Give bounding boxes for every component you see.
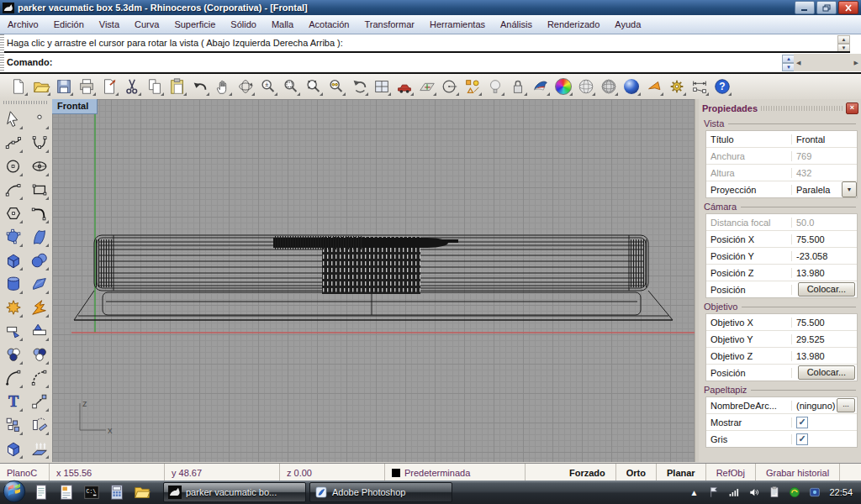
taskbar-task-adobe-photoshop[interactable]: Adobe Photoshop bbox=[309, 482, 452, 502]
flamingo-icon[interactable] bbox=[529, 76, 552, 97]
browse-button[interactable]: ... bbox=[837, 398, 855, 412]
solid-box-icon[interactable] bbox=[2, 249, 24, 272]
chevron-down-icon[interactable]: ▼ bbox=[842, 181, 857, 197]
split-icon[interactable] bbox=[28, 319, 50, 343]
solid-spheres-icon[interactable] bbox=[28, 249, 50, 272]
zoom-extents-icon[interactable] bbox=[302, 76, 325, 97]
wallpaper-filename[interactable]: (ninguno) bbox=[796, 401, 835, 411]
arc-icon[interactable] bbox=[2, 178, 24, 202]
copy-objects-icon[interactable] bbox=[2, 413, 24, 437]
undo-icon[interactable] bbox=[188, 76, 211, 97]
shaded-sphere-icon[interactable] bbox=[597, 76, 620, 97]
statusbar-toggle-planar[interactable]: Planar bbox=[657, 464, 706, 481]
colocar-camera-button[interactable]: Colocar... bbox=[798, 282, 855, 297]
viewport-layout-icon[interactable] bbox=[370, 76, 393, 97]
clipboard-icon[interactable] bbox=[767, 485, 782, 500]
notepad-icon[interactable] bbox=[32, 483, 50, 501]
curve-control-points-icon[interactable] bbox=[2, 131, 24, 155]
undo-view-change-icon[interactable] bbox=[347, 76, 370, 97]
lock-objects-icon[interactable] bbox=[506, 76, 529, 97]
viewport-tab[interactable]: Frontal bbox=[52, 99, 98, 114]
scroll-up-icon[interactable]: ▲ bbox=[837, 35, 850, 44]
menu-analisis[interactable]: Análisis bbox=[493, 17, 540, 32]
statusbar-toggle-refobj[interactable]: RefObj bbox=[706, 464, 756, 481]
menu-vista[interactable]: Vista bbox=[92, 17, 127, 32]
boolean-box-icon[interactable] bbox=[2, 437, 24, 460]
menu-acotacion[interactable]: Acotación bbox=[301, 17, 357, 32]
viewport-frontal[interactable]: Frontal bbox=[52, 99, 695, 462]
menu-transformar[interactable]: Transformar bbox=[357, 17, 422, 32]
expand-icon[interactable]: ▲ bbox=[686, 485, 701, 500]
cut-icon[interactable] bbox=[120, 76, 143, 97]
panel-drag-handle[interactable] bbox=[761, 106, 843, 111]
scroll-left-icon[interactable]: ◀ bbox=[796, 60, 800, 66]
updater-icon[interactable] bbox=[787, 485, 802, 500]
open-file-icon[interactable] bbox=[29, 76, 52, 97]
calculator-icon[interactable] bbox=[108, 483, 126, 501]
minimize-icon[interactable] bbox=[795, 1, 815, 14]
cplane-icon[interactable] bbox=[415, 76, 438, 97]
statusbar-toggle-orto[interactable]: Orto bbox=[616, 464, 657, 481]
explode-icon[interactable] bbox=[28, 296, 50, 319]
menu-superficie[interactable]: Superficie bbox=[166, 17, 223, 32]
zoom-dynamic-icon[interactable]: ± bbox=[256, 76, 279, 97]
command-hscrollbar[interactable]: ◀▶ bbox=[794, 54, 861, 71]
menu-solido[interactable]: Sólido bbox=[223, 17, 264, 32]
options-icon[interactable] bbox=[665, 76, 688, 97]
new-document-icon[interactable] bbox=[7, 76, 29, 97]
statusbar-toggle-forzado[interactable]: Forzado bbox=[559, 464, 616, 481]
move-icon[interactable] bbox=[28, 390, 50, 413]
text-object-icon[interactable]: T bbox=[2, 390, 24, 413]
rotate-view-icon[interactable] bbox=[234, 76, 256, 97]
paste-icon[interactable] bbox=[166, 76, 188, 97]
proyeccion-value[interactable]: Paralela bbox=[796, 185, 830, 195]
menu-renderizado[interactable]: Renderizado bbox=[540, 17, 607, 32]
extrude-surface-icon[interactable] bbox=[28, 437, 50, 460]
network-icon[interactable] bbox=[726, 485, 742, 500]
print-preview-icon[interactable] bbox=[98, 76, 120, 97]
close-icon[interactable] bbox=[838, 1, 858, 14]
rectangle-icon[interactable] bbox=[28, 178, 50, 202]
menu-herramientas[interactable]: Herramientas bbox=[422, 17, 493, 32]
dimension-icon[interactable] bbox=[688, 76, 710, 97]
zoom-window-icon[interactable] bbox=[279, 76, 302, 97]
layer-indicator[interactable]: Predeterminada bbox=[385, 464, 526, 481]
pan-view-icon[interactable] bbox=[211, 76, 234, 97]
boolean-difference-icon[interactable] bbox=[28, 343, 50, 366]
ellipse-icon[interactable] bbox=[28, 155, 50, 178]
select-pointer-icon[interactable] bbox=[2, 108, 24, 131]
notification-icon[interactable] bbox=[642, 76, 665, 97]
polygon-icon[interactable] bbox=[2, 202, 24, 225]
start-button[interactable] bbox=[2, 479, 27, 504]
panel-close-icon[interactable]: × bbox=[846, 102, 858, 114]
single-point-icon[interactable] bbox=[28, 108, 50, 131]
curve-blend-corner-icon[interactable] bbox=[28, 202, 50, 225]
language-flag-icon[interactable] bbox=[706, 485, 721, 500]
messenger-icon[interactable] bbox=[807, 485, 822, 500]
solid-cylinder-icon[interactable] bbox=[2, 272, 24, 296]
circle-tool-icon[interactable] bbox=[438, 76, 461, 97]
menu-archivo[interactable]: Archivo bbox=[0, 17, 46, 32]
menu-edicion[interactable]: Edición bbox=[46, 17, 92, 32]
help-icon[interactable]: ? bbox=[710, 76, 733, 97]
command-prompt[interactable]: Comando: bbox=[4, 53, 793, 71]
history-scrollbar[interactable]: ▲▼ bbox=[837, 35, 850, 51]
save-icon[interactable] bbox=[52, 76, 75, 97]
taskbar-clock[interactable]: 22:54 bbox=[822, 487, 861, 497]
gris-checkbox[interactable]: ✓ bbox=[796, 433, 808, 445]
volume-icon[interactable] bbox=[747, 485, 762, 500]
join-star-icon[interactable] bbox=[2, 296, 24, 319]
scroll-right-icon[interactable]: ▶ bbox=[854, 60, 858, 66]
osnap-icon[interactable] bbox=[461, 76, 483, 97]
taskbar-task-parker-vacumatic-bo[interactable]: parker vacumatic bo... bbox=[163, 482, 306, 502]
wireframe-sphere-icon[interactable] bbox=[574, 76, 597, 97]
menu-ayuda[interactable]: Ayuda bbox=[607, 17, 648, 32]
move-view-icon[interactable] bbox=[393, 76, 415, 97]
layer-light-icon[interactable] bbox=[483, 76, 506, 97]
render-icon[interactable] bbox=[620, 76, 642, 97]
menu-curva[interactable]: Curva bbox=[127, 17, 166, 32]
surface-patch-icon[interactable] bbox=[28, 272, 50, 296]
menu-malla[interactable]: Malla bbox=[264, 17, 301, 32]
circle-center-icon[interactable] bbox=[2, 155, 24, 178]
rotate-object-icon[interactable] bbox=[28, 413, 50, 437]
